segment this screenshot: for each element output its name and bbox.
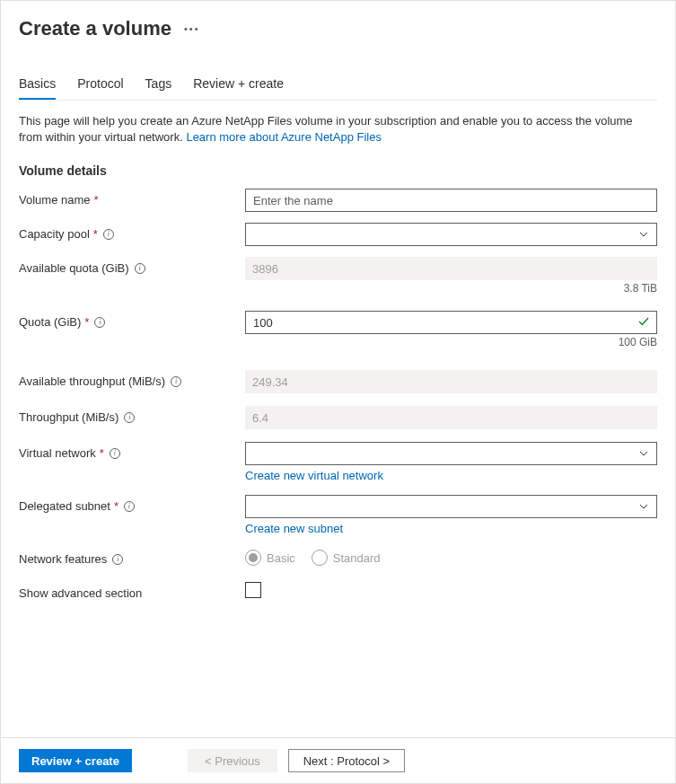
radio-standard: Standard (312, 550, 381, 566)
delegated-subnet-select[interactable] (245, 495, 657, 518)
available-throughput-value (245, 370, 657, 393)
info-icon[interactable]: i (112, 554, 123, 565)
network-features-label: Network features (19, 552, 107, 566)
required-icon: * (84, 315, 89, 329)
learn-more-link[interactable]: Learn more about Azure NetApp Files (186, 130, 382, 144)
required-icon: * (94, 193, 99, 207)
throughput-label: Throughput (MiB/s) (19, 410, 119, 424)
quota-subtext: 100 GiB (245, 336, 657, 348)
radio-icon (312, 550, 328, 566)
available-quota-value (245, 257, 657, 280)
page-description: This page will help you create an Azure … (19, 113, 657, 145)
available-throughput-label: Available throughput (MiB/s) (19, 374, 165, 388)
more-options-icon[interactable]: ••• (184, 23, 200, 34)
tab-review[interactable]: Review + create (193, 76, 284, 100)
show-advanced-checkbox[interactable] (245, 582, 261, 598)
section-volume-details: Volume details (19, 163, 657, 178)
required-icon: * (93, 227, 98, 241)
info-icon[interactable]: i (124, 412, 135, 423)
throughput-value (245, 406, 657, 429)
info-icon[interactable]: i (103, 229, 114, 240)
volume-name-input[interactable] (245, 189, 657, 212)
required-icon: * (114, 499, 119, 513)
previous-button: < Previous (188, 749, 277, 772)
info-icon[interactable]: i (171, 376, 181, 387)
capacity-pool-label: Capacity pool (19, 227, 90, 241)
radio-basic: Basic (245, 550, 295, 566)
info-icon[interactable]: i (94, 317, 105, 328)
info-icon[interactable]: i (135, 263, 145, 274)
create-subnet-link[interactable]: Create new subnet (245, 522, 343, 535)
tab-tags[interactable]: Tags (145, 76, 172, 100)
available-quota-subtext: 3.8 TiB (245, 282, 657, 295)
tab-basics[interactable]: Basics (19, 76, 56, 100)
create-vnet-link[interactable]: Create new virtual network (245, 469, 383, 482)
virtual-network-label: Virtual network (19, 446, 96, 460)
info-icon[interactable]: i (110, 448, 120, 459)
tab-protocol[interactable]: Protocol (77, 76, 123, 100)
delegated-subnet-label: Delegated subnet (19, 499, 110, 513)
capacity-pool-select[interactable] (245, 223, 657, 246)
review-create-button[interactable]: Review + create (19, 749, 132, 772)
next-button[interactable]: Next : Protocol > (288, 749, 405, 772)
quota-label: Quota (GiB) (19, 315, 81, 329)
radio-standard-label: Standard (333, 551, 381, 565)
quota-input[interactable] (245, 311, 657, 334)
tab-bar: Basics Protocol Tags Review + create (19, 76, 657, 101)
virtual-network-select[interactable] (245, 442, 657, 465)
required-icon: * (100, 446, 104, 460)
available-quota-label: Available quota (GiB) (19, 261, 129, 275)
radio-icon (245, 550, 261, 566)
info-icon[interactable]: i (124, 501, 135, 512)
page-title: Create a volume (19, 17, 171, 40)
radio-basic-label: Basic (267, 551, 295, 565)
volume-name-label: Volume name (19, 193, 91, 207)
show-advanced-label: Show advanced section (19, 586, 142, 600)
